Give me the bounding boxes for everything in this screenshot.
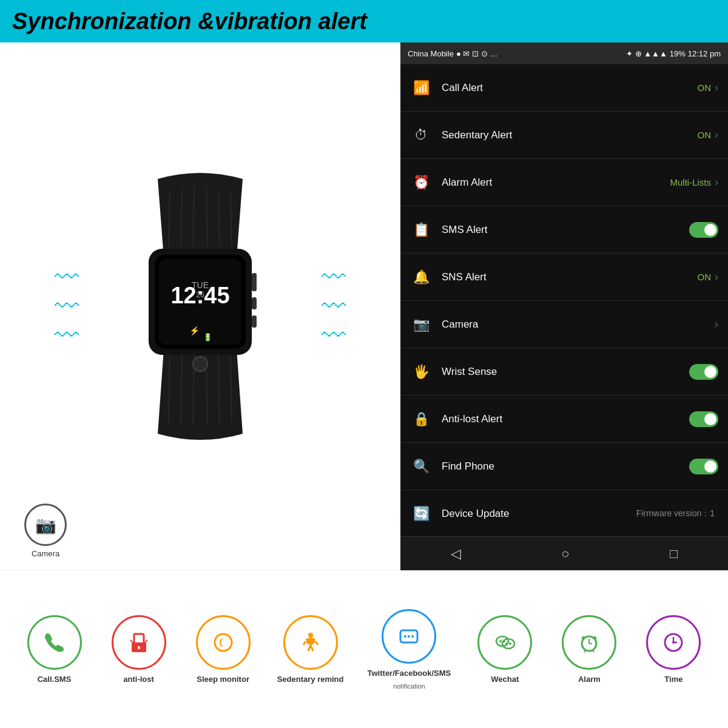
svg-point-43 — [505, 642, 508, 645]
menu-item-anti-lost[interactable]: 🔒 Anti-lost Alert — [400, 396, 728, 443]
status-carrier: China Mobile ● ✉ ⊡ ⊙ … — [408, 49, 497, 58]
find-phone-label: Find Phone — [442, 460, 689, 473]
camera-feature-icon: 📷 Camera — [24, 504, 67, 558]
svg-point-8 — [193, 357, 207, 371]
top-banner: Synchronization &vibration alert — [0, 0, 728, 42]
find-phone-knob — [704, 460, 716, 473]
call-alert-icon: 📶 — [410, 77, 432, 99]
find-phone-icon: 🔍 — [410, 456, 432, 477]
nav-bar: ◁ ○ □ — [400, 536, 728, 570]
svg-point-42 — [503, 640, 505, 642]
menu-item-call-alert[interactable]: 📶 Call Alert ON › — [400, 64, 728, 112]
alarm-label: Alarm — [578, 675, 601, 684]
bottom-features-row: Call.SMS anti-lost Sleep monitor — [0, 570, 728, 728]
sms-alert-toggle[interactable] — [689, 222, 718, 238]
wrist-sense-label: Wrist Sense — [442, 366, 689, 378]
alarm-alert-arrow: › — [715, 176, 718, 189]
svg-point-37 — [408, 635, 410, 638]
feature-twitter-sms: Twitter/Facebook/SMS notification — [368, 609, 451, 690]
menu-list: 📶 Call Alert ON › ⏱ Sedentary Alert ON ›… — [400, 64, 728, 536]
svg-text:🔋: 🔋 — [203, 332, 212, 342]
alarm-alert-value: Multi-Lists — [670, 177, 711, 187]
feature-sleep-monitor: Sleep monitor — [193, 615, 254, 684]
wrist-sense-toggle[interactable] — [689, 364, 718, 380]
sns-alert-arrow: › — [715, 271, 718, 283]
svg-point-30 — [308, 633, 313, 638]
call-sms-circle — [27, 615, 82, 670]
sleep-monitor-circle — [196, 615, 251, 670]
wechat-label: Wechat — [491, 675, 519, 684]
menu-item-wrist-sense[interactable]: 🖐 Wrist Sense — [400, 348, 728, 396]
menu-item-device-update[interactable]: 🔄 Device Update Firmware version：1 — [400, 490, 728, 536]
anti-lost-bottom-label: anti-lost — [123, 675, 154, 684]
sms-alert-icon: 📋 — [410, 219, 432, 241]
menu-item-sedentary-alert[interactable]: ⏱ Sedentary Alert ON › — [400, 112, 728, 159]
camera-label: Camera — [32, 549, 59, 558]
sedentary-circle — [283, 615, 338, 670]
time-label: Time — [664, 675, 682, 684]
sedentary-alert-icon: ⏱ — [410, 124, 432, 146]
sns-alert-icon: 🔔 — [410, 266, 432, 288]
svg-text:26: 26 — [196, 291, 204, 299]
sms-toggle-knob — [704, 224, 716, 236]
main-content: 〰 〰 〰 12:45 — [0, 42, 728, 570]
alarm-alert-label: Alarm Alert — [442, 177, 670, 189]
menu-item-sms-alert[interactable]: 📋 SMS Alert — [400, 206, 728, 254]
svg-point-38 — [411, 635, 414, 638]
status-time: ✦ ⊕ ▲▲▲ 19% 12:12 pm — [626, 49, 721, 58]
watch-image: 12:45 TUE 26 ⚡ 🔋 — [97, 161, 303, 452]
sns-alert-value: ON — [698, 272, 712, 282]
svg-line-28 — [145, 640, 147, 642]
svg-rect-21 — [252, 273, 257, 291]
menu-item-camera[interactable]: 📷 Camera › — [400, 301, 728, 348]
feature-time: Time — [643, 615, 704, 684]
device-update-label: Device Update — [442, 508, 636, 520]
anti-lost-icon: 🔒 — [410, 408, 432, 430]
sedentary-remind-label: Sedentary remind — [277, 675, 344, 684]
sns-alert-label: SNS Alert — [442, 271, 698, 283]
feature-wechat: Wechat — [474, 615, 535, 684]
svg-rect-22 — [252, 297, 257, 309]
camera-arrow: › — [715, 318, 718, 331]
svg-point-41 — [499, 640, 502, 642]
anti-lost-circle — [112, 615, 166, 670]
svg-line-34 — [315, 641, 318, 645]
twitter-sms-label: Twitter/Facebook/SMS — [368, 669, 451, 678]
sedentary-alert-label: Sedentary Alert — [442, 129, 698, 141]
wechat-circle — [477, 615, 532, 670]
call-alert-arrow: › — [715, 81, 718, 94]
svg-line-33 — [303, 641, 306, 645]
find-phone-toggle[interactable] — [689, 459, 718, 474]
svg-text:⚡: ⚡ — [189, 326, 200, 336]
anti-lost-knob — [704, 413, 716, 425]
banner-title: Synchronization &vibration alert — [12, 8, 367, 35]
sedentary-alert-arrow: › — [715, 129, 718, 141]
sedentary-alert-value: ON — [698, 130, 712, 140]
device-update-icon: 🔄 — [410, 503, 432, 525]
feature-anti-lost: anti-lost — [109, 615, 169, 684]
feature-call-sms: Call.SMS — [24, 615, 85, 684]
svg-line-27 — [130, 640, 133, 642]
alarm-alert-icon: ⏰ — [410, 172, 432, 194]
anti-lost-toggle[interactable] — [689, 411, 718, 427]
camera-circle-icon: 📷 — [24, 504, 67, 546]
wrist-toggle-knob — [704, 366, 716, 378]
menu-item-find-phone[interactable]: 🔍 Find Phone — [400, 443, 728, 490]
nav-recent-button[interactable]: □ — [658, 541, 690, 567]
feature-sedentary-remind: Sedentary remind — [277, 615, 344, 684]
nav-home-button[interactable]: ○ — [549, 541, 581, 567]
nav-back-button[interactable]: ◁ — [439, 541, 473, 567]
status-bar: China Mobile ● ✉ ⊡ ⊙ … ✦ ⊕ ▲▲▲ 19% 12:12… — [400, 42, 728, 64]
call-alert-label: Call Alert — [442, 82, 698, 94]
sms-alert-label: SMS Alert — [442, 224, 689, 236]
time-circle — [646, 615, 701, 670]
right-panel: China Mobile ● ✉ ⊡ ⊙ … ✦ ⊕ ▲▲▲ 19% 12:12… — [400, 42, 728, 570]
camera-menu-label: Camera — [442, 318, 715, 331]
menu-item-sns-alert[interactable]: 🔔 SNS Alert ON › — [400, 254, 728, 301]
menu-item-alarm-alert[interactable]: ⏰ Alarm Alert Multi-Lists › — [400, 159, 728, 206]
watch-container: 〰 〰 〰 12:45 — [49, 149, 352, 464]
device-update-value: Firmware version：1 — [636, 508, 715, 519]
svg-point-36 — [404, 635, 406, 638]
alarm-circle — [562, 615, 616, 670]
wrist-sense-icon: 🖐 — [410, 361, 432, 383]
